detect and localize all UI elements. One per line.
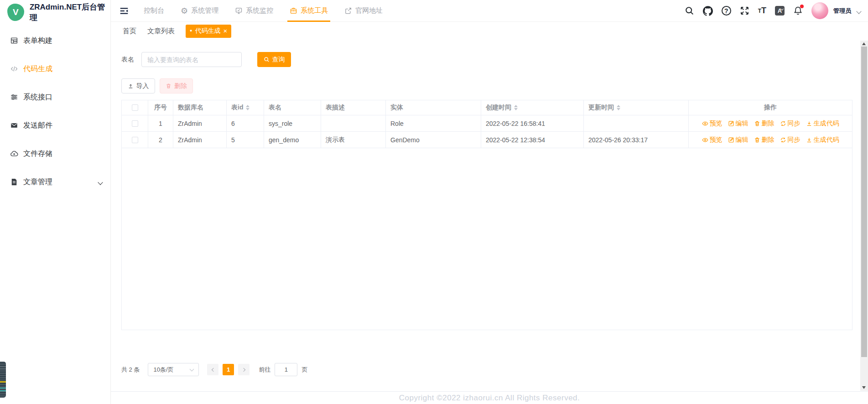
- menu-fold-icon[interactable]: [119, 6, 129, 16]
- cell-table-id: 6: [227, 115, 264, 131]
- monitor-icon: [235, 7, 243, 15]
- header-actions: 操作: [689, 100, 852, 115]
- sidebar-item-form-builder[interactable]: 表单构建: [0, 26, 110, 55]
- header-table-desc: 表描述: [321, 100, 386, 115]
- tab-code-generation[interactable]: ● 代码生成 ×: [186, 25, 231, 38]
- topnav-system-management[interactable]: 系统管理: [172, 0, 227, 22]
- sidebar-item-send-mail[interactable]: 发送邮件: [0, 111, 110, 140]
- sidebar-item-article-management[interactable]: 文章管理: [0, 168, 110, 196]
- sidebar-item-label: 文章管理: [23, 177, 52, 187]
- preview-link[interactable]: 预览: [702, 119, 722, 128]
- table-empty-area: [122, 148, 852, 330]
- table-name-input[interactable]: [141, 52, 242, 67]
- cell-seq: 1: [148, 115, 173, 131]
- search-button-label: 查询: [272, 56, 285, 64]
- server-widget-handle[interactable]: [0, 362, 6, 398]
- font-size-icon[interactable]: TT: [758, 6, 766, 16]
- trash-icon: [754, 137, 760, 143]
- sidebar-item-system-api[interactable]: 系统接口: [0, 83, 110, 111]
- topnav-official-site[interactable]: 官网地址: [336, 0, 391, 22]
- goto-page-input[interactable]: [275, 363, 297, 376]
- table-name-label: 表名: [121, 56, 134, 64]
- user-name[interactable]: 管理员: [833, 7, 851, 15]
- tab-article-list[interactable]: 文章列表: [147, 27, 175, 36]
- github-icon[interactable]: [703, 6, 713, 16]
- row-checkbox[interactable]: [132, 120, 138, 127]
- edit-link[interactable]: 编辑: [728, 136, 748, 144]
- document-icon: [10, 178, 18, 186]
- translate-icon[interactable]: [775, 6, 785, 16]
- edit-link[interactable]: 编辑: [728, 119, 748, 128]
- sync-link[interactable]: 同步: [780, 136, 800, 144]
- scrollbar[interactable]: [860, 41, 868, 391]
- page-number-button[interactable]: 1: [223, 364, 234, 375]
- app-root: V ZRAdmin.NET后台管理 表单构建 代码生成 系统接: [0, 0, 868, 404]
- search-button[interactable]: 查询: [257, 52, 291, 67]
- topnav-label: 控制台: [144, 6, 164, 15]
- topnav-system-monitor[interactable]: 系统监控: [227, 0, 281, 22]
- delete-button-label: 删除: [174, 82, 187, 90]
- close-icon[interactable]: ×: [223, 27, 227, 34]
- sidebar-item-file-storage[interactable]: 文件存储: [0, 140, 110, 168]
- refresh-icon: [780, 120, 786, 127]
- delete-link[interactable]: 删除: [754, 119, 774, 128]
- cell-entity: GenDemo: [386, 132, 481, 148]
- topnav-console[interactable]: 控制台: [135, 0, 172, 22]
- sidebar: V ZRAdmin.NET后台管理 表单构建 代码生成 系统接: [0, 0, 111, 404]
- help-icon[interactable]: [722, 6, 731, 16]
- external-link-icon: [344, 7, 352, 15]
- avatar[interactable]: [811, 2, 828, 19]
- prev-page-button[interactable]: [207, 364, 218, 375]
- page-unit-label: 页: [301, 366, 307, 374]
- scroll-down-arrow[interactable]: [862, 386, 866, 389]
- scroll-up-arrow[interactable]: [862, 42, 866, 45]
- delete-link[interactable]: 删除: [754, 136, 774, 144]
- content: 表名 查询 导入 删除 序号: [111, 40, 868, 391]
- row-checkbox[interactable]: [132, 137, 138, 143]
- logo-letter: V: [13, 7, 19, 17]
- app-logo: V: [7, 4, 24, 21]
- fullscreen-icon[interactable]: [740, 6, 749, 16]
- sort-caret-icon[interactable]: [246, 105, 249, 110]
- cell-actions: 预览 编辑 删除 同步 生成代码: [689, 115, 852, 131]
- cell-updated: 2022-05-26 20:33:17: [584, 132, 689, 148]
- refresh-icon: [780, 137, 786, 143]
- sidebar-item-label: 系统接口: [23, 93, 52, 102]
- trash-icon: [754, 120, 760, 127]
- generate-code-link[interactable]: 生成代码: [806, 119, 839, 128]
- next-page-button[interactable]: [238, 364, 249, 375]
- chevron-down-icon[interactable]: [857, 7, 861, 15]
- tab-home[interactable]: 首页: [123, 27, 136, 36]
- preview-link[interactable]: 预览: [702, 136, 722, 144]
- bell-icon[interactable]: [793, 6, 803, 16]
- table-header-row: 序号 数据库名 表id 表名 表描述 实体 创建时间 更新时间 操作: [122, 100, 852, 115]
- cell-updated: [584, 115, 689, 131]
- sync-link[interactable]: 同步: [780, 119, 800, 128]
- delete-button[interactable]: 删除: [160, 78, 193, 93]
- table-row: 2 ZrAdmin 5 gen_demo 演示表 GenDemo 2022-05…: [122, 132, 852, 148]
- main-area: 控制台 系统管理 系统监控 系统工具: [111, 0, 868, 404]
- brand: V ZRAdmin.NET后台管理: [0, 0, 110, 25]
- code-icon: [10, 65, 18, 73]
- cell-table-name: gen_demo: [264, 132, 321, 148]
- sidebar-item-label: 代码生成: [23, 64, 52, 74]
- toolbox-icon: [290, 7, 297, 15]
- import-button[interactable]: 导入: [121, 78, 155, 93]
- cell-database: ZrAdmin: [173, 115, 227, 131]
- sort-caret-icon[interactable]: [514, 105, 518, 110]
- goto-label: 前往: [259, 366, 270, 374]
- upload-icon: [128, 83, 134, 89]
- sidebar-item-label: 文件存储: [23, 149, 52, 159]
- search-icon[interactable]: [685, 6, 694, 16]
- select-all-checkbox[interactable]: [132, 104, 138, 111]
- chevron-down-icon[interactable]: [99, 178, 102, 186]
- generate-code-link[interactable]: 生成代码: [806, 136, 839, 144]
- topnav-label: 系统监控: [246, 6, 273, 15]
- scrollbar-thumb[interactable]: [861, 47, 867, 357]
- page-size-select[interactable]: 10条/页: [148, 363, 199, 376]
- header-select-all: [122, 100, 148, 115]
- sidebar-item-code-generation[interactable]: 代码生成: [0, 55, 110, 83]
- table-row: 1 ZrAdmin 6 sys_role Role 2022-05-22 16:…: [122, 115, 852, 132]
- topnav-system-tools[interactable]: 系统工具: [281, 0, 336, 22]
- sort-caret-icon[interactable]: [617, 105, 620, 110]
